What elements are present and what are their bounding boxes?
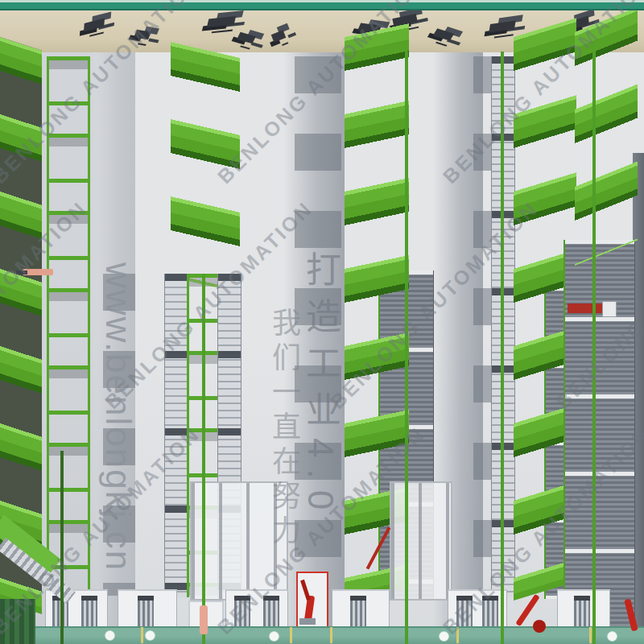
ribbed-unit xyxy=(263,596,279,628)
ribbed-unit xyxy=(456,596,473,628)
machine-cabinet xyxy=(45,589,108,629)
machine-cabinet xyxy=(557,589,610,629)
ribbed-unit xyxy=(234,596,250,628)
green-panel-stack xyxy=(575,6,638,266)
panel-shadow-lane xyxy=(295,56,341,596)
ribbed-unit xyxy=(350,596,366,628)
lane-tick xyxy=(141,627,143,643)
rack-rail xyxy=(164,274,188,597)
rack-column-5-modules xyxy=(564,240,635,644)
ribbed-unit xyxy=(138,596,154,628)
green-panel-stack xyxy=(171,42,240,293)
guide-line xyxy=(592,52,596,644)
floor-dot xyxy=(269,631,279,642)
machine-cabinet xyxy=(448,589,507,629)
ribbed-unit xyxy=(574,596,590,628)
robot-gripper xyxy=(16,270,27,275)
guide-line xyxy=(501,52,504,644)
floor-dot xyxy=(105,630,115,641)
rack-column-5 xyxy=(575,32,638,266)
lane-tick xyxy=(589,627,592,643)
lane-tick xyxy=(290,627,292,643)
panel-shadow-lane xyxy=(103,274,135,596)
corner-machine xyxy=(0,599,35,644)
ribbed-unit xyxy=(81,596,97,628)
robot-joint xyxy=(533,620,546,633)
robot-base xyxy=(299,618,316,625)
lane-tick xyxy=(456,627,459,643)
floor-dot xyxy=(607,631,617,642)
floor-dot xyxy=(145,630,155,641)
transfer-lane xyxy=(0,626,644,644)
rack-frame-column xyxy=(47,56,90,596)
factory-render: BENLONG AUTOMATION BENLONG AUTOMATION BE… xyxy=(0,0,644,644)
floor-dot xyxy=(439,631,449,642)
guide-line xyxy=(405,52,408,644)
carrier-box xyxy=(602,301,617,317)
machine-cabinet xyxy=(332,589,390,629)
guide-line xyxy=(202,274,205,644)
rack-column-1 xyxy=(0,35,42,599)
guide-line xyxy=(60,451,64,644)
top-wall-strip xyxy=(0,0,644,10)
machine-cabinet xyxy=(225,589,288,629)
machine-cabinet xyxy=(118,589,177,629)
red-carrier-beam xyxy=(568,303,603,313)
rack-column-2-panels xyxy=(171,42,240,277)
robot-arm xyxy=(200,605,208,634)
ribbed-unit xyxy=(482,596,498,628)
service-platform xyxy=(390,481,452,601)
lane-tick xyxy=(330,627,332,643)
